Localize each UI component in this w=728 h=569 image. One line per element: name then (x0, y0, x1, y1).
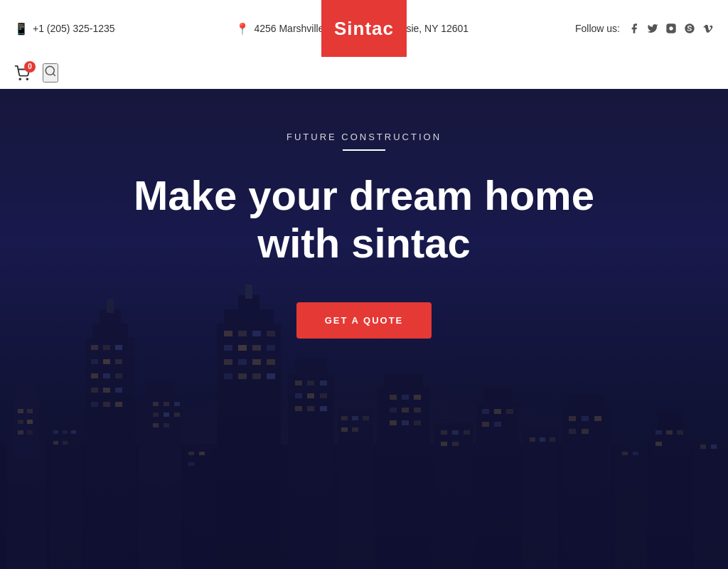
svg-line-5 (53, 73, 55, 75)
hero-divider (343, 149, 385, 151)
vimeo-icon[interactable] (702, 23, 714, 34)
utility-bar: 0 (0, 57, 728, 89)
social-icons-group (628, 23, 714, 34)
hero-section: FUTURE CONSTRUCTION Make your dream home… (0, 89, 728, 569)
cart-badge: 0 (24, 61, 36, 73)
svg-point-3 (26, 78, 28, 80)
search-icon (44, 65, 57, 78)
facebook-icon[interactable] (628, 23, 640, 34)
hero-title-line2: with sintac (257, 220, 471, 266)
hero-title: Make your dream home with sintac (134, 172, 594, 267)
hero-title-line1: Make your dream home (134, 172, 594, 218)
site-header: 📱 +1 (205) 325-1235 📍 4256 Marshville Ro… (0, 0, 728, 57)
svg-point-2 (19, 78, 21, 80)
get-quote-button[interactable]: GET A QUOTE (296, 302, 432, 339)
hero-subtitle: FUTURE CONSTRUCTION (287, 132, 441, 142)
phone-icon: 📱 (14, 22, 28, 36)
social-follow: Follow us: (575, 23, 714, 35)
instagram-icon[interactable] (665, 23, 677, 34)
logo-text: Sintac (334, 18, 394, 40)
svg-point-4 (46, 66, 54, 75)
cart-button[interactable]: 0 (14, 65, 30, 81)
search-button[interactable] (43, 63, 58, 83)
logo[interactable]: Sintac (321, 0, 407, 57)
twitter-icon[interactable] (647, 23, 658, 34)
hero-content: FUTURE CONSTRUCTION Make your dream home… (0, 89, 728, 569)
location-icon: 📍 (235, 22, 250, 36)
phone-info: 📱 +1 (205) 325-1235 (14, 22, 115, 36)
skype-icon[interactable] (684, 23, 695, 34)
follow-label: Follow us: (575, 23, 620, 35)
phone-number: +1 (205) 325-1235 (33, 23, 115, 34)
